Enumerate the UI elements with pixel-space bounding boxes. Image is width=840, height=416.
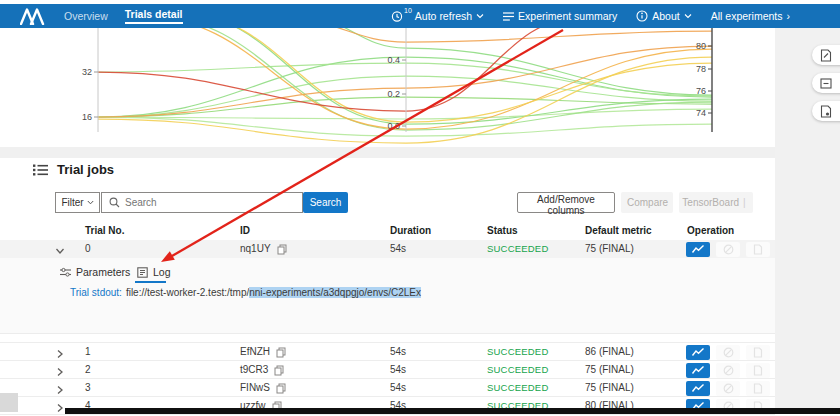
nni-trials-detail-page: Overview Trials detail 10 Auto refresh <box>0 0 840 416</box>
about-menu[interactable]: About <box>636 10 691 22</box>
clock-icon <box>391 10 403 22</box>
search-button[interactable]: Search <box>303 192 348 213</box>
chevron-down-icon <box>684 13 692 19</box>
filter-dropdown[interactable]: Filter <box>55 192 100 213</box>
kill-trial-button[interactable] <box>716 363 740 378</box>
intermediate-result-button[interactable] <box>686 363 710 378</box>
trial-operations <box>686 379 770 397</box>
app-header: Overview Trials detail 10 Auto refresh <box>0 4 840 28</box>
chevron-right-icon: › <box>787 10 791 22</box>
intermediate-result-button[interactable] <box>686 242 710 257</box>
version-button[interactable] <box>812 101 840 121</box>
trial-id-cell: FINwS <box>240 379 286 397</box>
copy-trial-button[interactable] <box>746 381 770 396</box>
summary-list-icon <box>503 12 514 21</box>
nav-trials-detail[interactable]: Trials detail <box>125 8 183 24</box>
copy-icon[interactable] <box>276 383 286 394</box>
table-header-row: Trial No. ID Duration Status Default met… <box>0 222 775 240</box>
trial-duration-cell: 54s <box>390 379 406 397</box>
section-divider <box>0 147 775 158</box>
experiment-summary-button[interactable]: Experiment summary <box>503 10 617 22</box>
search-input[interactable] <box>125 197 302 208</box>
filter-label: Filter <box>61 197 83 208</box>
trial-duration-cell: 54s <box>390 343 406 361</box>
divider: | <box>743 197 746 208</box>
info-icon <box>636 10 648 22</box>
axis-tick-label: 78 <box>696 64 706 74</box>
trial-operations <box>686 240 770 258</box>
cancel-icon <box>723 365 734 376</box>
trial-status-cell: SUCCEEDED <box>487 240 548 258</box>
chevron-down-icon <box>476 13 484 19</box>
search-icon <box>109 197 120 208</box>
trial-no-cell: 3 <box>85 379 91 397</box>
trial-duration-cell: 54s <box>390 240 406 258</box>
col-status: Status <box>487 225 518 236</box>
intermediate-result-button[interactable] <box>686 345 710 360</box>
copy-icon[interactable] <box>276 347 286 358</box>
copy-trial-button[interactable] <box>746 345 770 360</box>
intermediate-result-button[interactable] <box>686 381 710 396</box>
hyperparameter-parallel-coordinates-chart[interactable]: 32160.40.20.080787674 <box>0 28 775 147</box>
document-icon <box>753 244 763 255</box>
kill-trial-button[interactable] <box>716 381 740 396</box>
copy-icon[interactable] <box>274 365 284 376</box>
chart-line <box>140 28 712 129</box>
table-row[interactable]: 2 t9CR3 54s SUCCEEDED 75 (FINAL) <box>0 361 775 379</box>
trial-status-cell: SUCCEEDED <box>487 379 548 397</box>
copy-trial-button[interactable] <box>746 363 770 378</box>
auto-refresh-label: Auto refresh <box>415 10 472 22</box>
chevron-down-icon <box>87 200 94 205</box>
axis-tick-label: 80 <box>696 41 706 51</box>
changelog-button[interactable] <box>812 73 840 93</box>
kill-trial-button[interactable] <box>716 242 740 257</box>
experiment-summary-label: Experiment summary <box>518 10 617 22</box>
axis-tick-label: 76 <box>696 86 706 96</box>
active-tab-underline <box>135 281 166 283</box>
document-icon <box>753 347 763 358</box>
compare-button[interactable]: Compare <box>621 192 673 213</box>
table-row[interactable]: 1 EfNZH 54s SUCCEEDED 86 (FINAL) <box>0 343 775 361</box>
feedback-button[interactable] <box>812 45 840 65</box>
stdout-path-selected-text: nni-experiments/a3dqpgjo/envs/C2LEx <box>249 287 421 298</box>
table-row[interactable]: 0 nq1UY 54s SUCCEEDED 75 (FINAL) <box>0 240 775 258</box>
log-tab-label: Log <box>153 266 171 278</box>
trial-jobs-list-icon <box>33 164 48 178</box>
document-icon <box>753 365 763 376</box>
about-label: About <box>652 10 679 22</box>
trial-id-cell: t9CR3 <box>240 361 284 379</box>
tensorboard-label: TensorBoard <box>682 197 739 208</box>
auto-refresh-control[interactable]: 10 Auto refresh <box>391 10 484 22</box>
all-experiments-link[interactable]: All experiments › <box>711 10 790 22</box>
parameters-tab-label: Parameters <box>76 266 130 278</box>
trial-duration-cell: 54s <box>390 361 406 379</box>
trial-operations <box>686 343 770 361</box>
trial-stdout-link[interactable]: Trial stdout: <box>70 287 122 298</box>
trial-no-cell: 0 <box>85 240 91 258</box>
col-operation: Operation <box>687 225 734 236</box>
nni-logo-icon <box>20 8 47 25</box>
col-trial-no: Trial No. <box>85 225 124 236</box>
table-row[interactable]: 3 FINwS 54s SUCCEEDED 75 (FINAL) <box>0 379 775 397</box>
tab-log[interactable]: Log <box>137 262 171 282</box>
trial-operations <box>686 361 770 379</box>
version-document-icon <box>820 105 832 118</box>
auto-refresh-interval: 10 <box>404 7 412 14</box>
trial-id-cell: nq1UY <box>240 240 287 258</box>
chart-line <box>150 28 712 130</box>
trial-status-cell: SUCCEEDED <box>487 343 548 361</box>
row-expand-chevron[interactable] <box>56 401 64 416</box>
copy-icon[interactable] <box>277 244 287 255</box>
trial-no-cell: 1 <box>85 343 91 361</box>
nav-overview[interactable]: Overview <box>64 10 108 22</box>
col-default-metric: Default metric <box>585 225 652 236</box>
trial-metric-cell: 75 (FINAL) <box>585 379 634 397</box>
tensorboard-button[interactable]: TensorBoard | <box>679 192 753 213</box>
copy-trial-button[interactable] <box>746 242 770 257</box>
kill-trial-button[interactable] <box>716 345 740 360</box>
chart-line <box>300 28 712 95</box>
log-icon <box>137 267 148 278</box>
tab-parameters[interactable]: Parameters <box>60 262 130 282</box>
add-remove-columns-button[interactable]: Add/Remove columns <box>517 192 615 213</box>
col-id: ID <box>240 225 250 236</box>
